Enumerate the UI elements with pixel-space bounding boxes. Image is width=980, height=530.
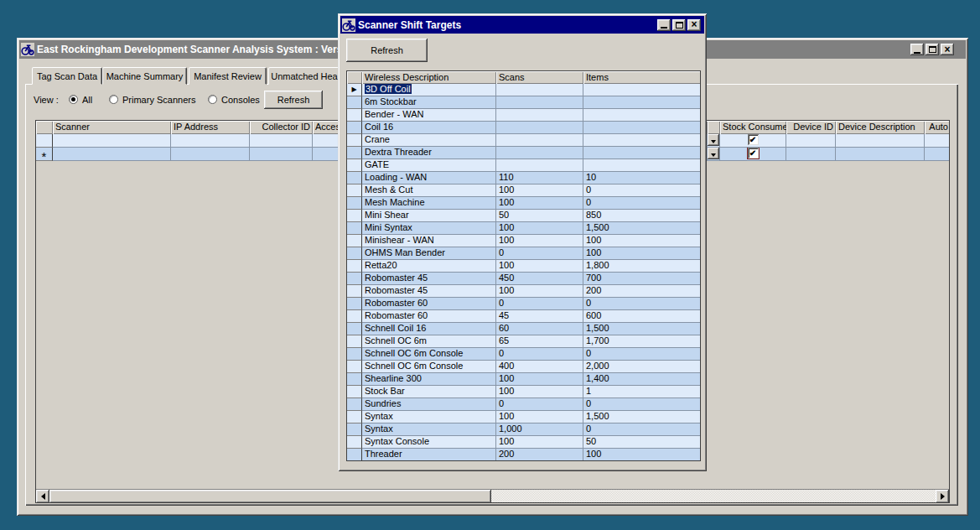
cell-device-id[interactable] bbox=[786, 134, 836, 148]
shift-targets-grid-row[interactable]: Mesh & Cut1000 bbox=[347, 184, 700, 197]
cell-wireless-description[interactable]: GATE bbox=[362, 159, 496, 172]
cell-scans[interactable] bbox=[496, 134, 583, 147]
cell-wireless-description[interactable]: Syntax bbox=[362, 423, 496, 436]
scrollbar-track[interactable] bbox=[491, 490, 936, 503]
maximize-button[interactable] bbox=[672, 19, 686, 31]
row-selector[interactable] bbox=[347, 247, 362, 260]
row-selector[interactable] bbox=[347, 159, 362, 172]
row-selector[interactable] bbox=[347, 210, 362, 222]
cell-scans[interactable]: 100 bbox=[496, 285, 583, 298]
cell-items[interactable]: 100 bbox=[583, 235, 701, 247]
cell-wireless-description[interactable]: OHMS Man Bender bbox=[362, 247, 496, 260]
cell-scans[interactable]: 0 bbox=[496, 247, 583, 260]
dropdown-button[interactable] bbox=[708, 148, 719, 159]
cell-wireless-description[interactable]: Shearline 300 bbox=[362, 373, 496, 386]
cell-scans[interactable]: 100 bbox=[496, 386, 583, 398]
row-selector[interactable] bbox=[347, 273, 362, 285]
shift-targets-grid-row[interactable]: Minishear - WAN100100 bbox=[347, 235, 700, 247]
app-logo-icon[interactable] bbox=[21, 43, 34, 56]
scrollbar-left-button[interactable] bbox=[36, 490, 49, 503]
shift-targets-grid-row[interactable]: Sundries00 bbox=[347, 398, 700, 411]
cell-items[interactable]: 1,500 bbox=[583, 222, 701, 235]
cell-items[interactable]: 200 bbox=[583, 285, 701, 298]
shift-targets-grid-row[interactable]: Syntax Console10050 bbox=[347, 436, 700, 449]
row-selector[interactable] bbox=[347, 310, 362, 323]
shift-targets-grid-row[interactable]: Stock Bar1001 bbox=[347, 386, 700, 398]
shift-targets-grid-row[interactable]: Retta201001,800 bbox=[347, 260, 700, 273]
cell-scans[interactable]: 65 bbox=[496, 335, 583, 348]
cell-scans[interactable]: 1,000 bbox=[496, 423, 583, 436]
cell-scans[interactable]: 450 bbox=[496, 273, 583, 285]
cell-device-id[interactable] bbox=[786, 148, 836, 161]
row-selector[interactable] bbox=[347, 285, 362, 298]
cell-items[interactable] bbox=[583, 84, 701, 96]
cell-scans[interactable]: 0 bbox=[496, 298, 583, 310]
row-selector[interactable] bbox=[347, 335, 362, 348]
cell-wireless-description[interactable]: Sundries bbox=[362, 398, 496, 411]
scrollbar-thumb[interactable] bbox=[49, 490, 491, 503]
row-selector[interactable] bbox=[347, 96, 362, 109]
cell-items[interactable]: 100 bbox=[583, 247, 701, 260]
cell-items[interactable]: 1,500 bbox=[583, 323, 701, 335]
cell-wireless-description[interactable]: 6m Stockbar bbox=[362, 96, 496, 109]
app-logo-icon[interactable] bbox=[342, 18, 355, 32]
shift-targets-grid-row[interactable]: Syntax1001,500 bbox=[347, 411, 700, 423]
cell-scans[interactable] bbox=[496, 84, 583, 96]
row-selector[interactable] bbox=[347, 222, 362, 235]
cell-wireless-description[interactable]: Threader bbox=[362, 449, 496, 461]
shift-targets-grid-row[interactable]: Robomaster 45450700 bbox=[347, 273, 700, 285]
cell-items[interactable] bbox=[583, 96, 701, 109]
cell-wireless-description[interactable]: Stock Bar bbox=[362, 386, 496, 398]
cell-items[interactable]: 1 bbox=[583, 386, 701, 398]
cell-ip-address[interactable] bbox=[171, 148, 250, 161]
cell-stock-consumer[interactable]: ✔ bbox=[720, 134, 786, 148]
row-selector[interactable] bbox=[347, 235, 362, 247]
row-selector[interactable] bbox=[347, 398, 362, 411]
cell-scans[interactable]: 400 bbox=[496, 361, 583, 373]
cell-scans[interactable] bbox=[496, 109, 583, 122]
cell-scans[interactable] bbox=[496, 147, 583, 159]
cell-wireless-description[interactable]: Mini Syntax bbox=[362, 222, 496, 235]
stock-consumer-checkbox[interactable]: ✔ bbox=[748, 148, 759, 158]
column-header-device-id[interactable]: Device ID bbox=[786, 121, 836, 134]
shift-targets-grid-row[interactable]: Mini Shear50850 bbox=[347, 210, 700, 222]
tab-tag-scan-data[interactable]: Tag Scan Data bbox=[32, 67, 102, 85]
row-selector[interactable] bbox=[347, 122, 362, 134]
cell-combo[interactable] bbox=[708, 134, 720, 148]
cell-wireless-description[interactable]: Syntax bbox=[362, 411, 496, 423]
row-selector[interactable] bbox=[347, 298, 362, 310]
shift-targets-grid-row[interactable]: Robomaster 6000 bbox=[347, 298, 700, 310]
cell-scans[interactable]: 100 bbox=[496, 197, 583, 210]
cell-wireless-description[interactable]: Robomaster 45 bbox=[362, 285, 496, 298]
shift-targets-grid-row[interactable]: Dextra Threader bbox=[347, 147, 700, 159]
cell-wireless-description[interactable]: Schnell OC 6m Console bbox=[362, 361, 496, 373]
column-header-collector-id[interactable]: Collector ID bbox=[250, 121, 313, 134]
cell-wireless-description[interactable]: Robomaster 60 bbox=[362, 310, 496, 323]
cell-scans[interactable]: 50 bbox=[496, 210, 583, 222]
row-selector[interactable] bbox=[347, 411, 362, 423]
cell-scans[interactable]: 110 bbox=[496, 172, 583, 184]
cell-wireless-description[interactable]: Schnell OC 6m Console bbox=[362, 348, 496, 361]
minimize-button[interactable] bbox=[657, 19, 671, 31]
cell-items[interactable]: 2,000 bbox=[583, 361, 701, 373]
shift-targets-grid-row[interactable]: Robomaster 45100200 bbox=[347, 285, 700, 298]
cell-wireless-description[interactable]: Minishear - WAN bbox=[362, 235, 496, 247]
tab-manifest-review[interactable]: Manifest Review bbox=[189, 67, 267, 85]
row-selector[interactable] bbox=[347, 184, 362, 197]
cell-scans[interactable] bbox=[496, 159, 583, 172]
column-header-device-description[interactable]: Device Description bbox=[836, 121, 925, 134]
dialog-titlebar[interactable]: Scanner Shift Targets × bbox=[340, 16, 704, 34]
row-selector[interactable] bbox=[347, 197, 362, 210]
maximize-button[interactable] bbox=[926, 44, 939, 55]
cell-wireless-description[interactable]: Crane bbox=[362, 134, 496, 147]
column-header-stock-consumer[interactable]: Stock Consumer bbox=[720, 121, 786, 134]
cell-scanner[interactable] bbox=[53, 134, 171, 148]
cell-wireless-description[interactable]: Loading - WAN bbox=[362, 172, 496, 184]
cell-items[interactable]: 1,700 bbox=[583, 335, 701, 348]
cell-wireless-description[interactable]: Syntax Console bbox=[362, 436, 496, 449]
close-button[interactable]: × bbox=[941, 44, 954, 55]
shift-targets-grid-row[interactable]: ▶3D Off Coil bbox=[347, 84, 700, 96]
cell-items[interactable]: 850 bbox=[583, 210, 701, 222]
shift-targets-grid-row[interactable]: Threader200100 bbox=[347, 449, 700, 461]
row-selector[interactable] bbox=[347, 386, 362, 398]
